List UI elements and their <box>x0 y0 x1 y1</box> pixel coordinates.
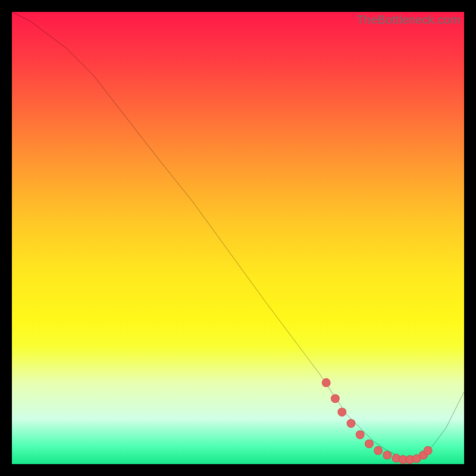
chart-svg <box>12 12 464 464</box>
curve-marker <box>374 446 383 455</box>
chart-plot-area: TheBottleneck.com <box>12 12 464 464</box>
curve-marker <box>347 419 355 428</box>
marker-group <box>322 378 432 464</box>
curve-marker <box>322 378 330 387</box>
curve-marker <box>356 431 364 439</box>
curve-marker <box>365 440 374 448</box>
curve-marker <box>331 394 340 403</box>
curve-marker <box>383 451 392 459</box>
chart-stage: TheBottleneck.com <box>0 0 476 476</box>
curve-marker <box>338 408 346 416</box>
curve-marker <box>424 446 432 455</box>
bottleneck-curve <box>12 12 464 459</box>
